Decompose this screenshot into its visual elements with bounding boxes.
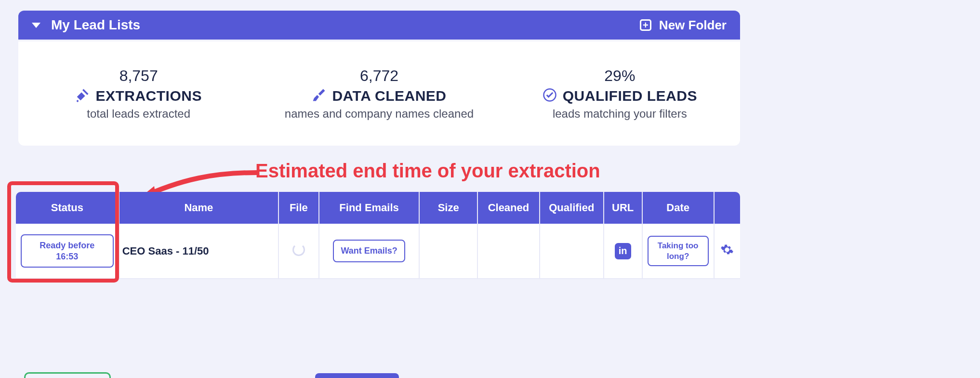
stat-label: QUALIFIED LEADS: [563, 88, 697, 104]
cell-actions: [715, 224, 740, 279]
stat-sub: total leads extracted: [87, 107, 190, 121]
lead-list-table: Status Name File Find Emails Size Cleane…: [16, 192, 740, 279]
stat-label: EXTRACTIONS: [95, 88, 202, 104]
loading-spinner-icon: [292, 243, 305, 256]
chevron-down-icon[interactable]: [32, 23, 40, 28]
col-header-status[interactable]: Status: [16, 192, 119, 224]
col-header-cleaned[interactable]: Cleaned: [478, 192, 540, 224]
annotation-text: Estimated end time of your extraction: [255, 160, 600, 182]
table-header-row: Status Name File Find Emails Size Cleane…: [16, 192, 740, 224]
broom-icon: [312, 88, 326, 104]
stat-value: 8,757: [119, 67, 158, 85]
cell-file: [279, 224, 319, 279]
stat-qualified: 29% QUALIFIED LEADS leads matching your …: [500, 41, 740, 146]
col-header-file[interactable]: File: [279, 192, 319, 224]
cell-url: in: [604, 224, 643, 279]
new-folder-button[interactable]: + New Folder: [640, 18, 727, 33]
plus-icon: +: [640, 19, 651, 31]
cell-cleaned: [478, 224, 540, 279]
cell-qualified: [540, 224, 604, 279]
stat-sub: names and company names cleaned: [285, 107, 474, 121]
cell-status: Ready before 16:53: [16, 224, 119, 279]
stat-value: 6,772: [360, 67, 398, 85]
stat-label: DATA CLEANED: [332, 88, 446, 104]
col-header-size[interactable]: Size: [420, 192, 478, 224]
header-left[interactable]: My Lead Lists: [32, 17, 140, 33]
next-row-emails-hint: [315, 373, 399, 378]
stat-sub: leads matching your filters: [553, 107, 687, 121]
cell-date: Taking too long?: [643, 224, 715, 279]
col-header-name[interactable]: Name: [119, 192, 279, 224]
pickaxe-icon: [75, 88, 90, 104]
stat-cleaned: 6,772 DATA CLEANED names and company nam…: [259, 41, 499, 146]
new-folder-label: New Folder: [659, 18, 727, 33]
page-title: My Lead Lists: [51, 17, 140, 33]
linkedin-icon[interactable]: in: [615, 243, 631, 259]
col-header-actions: [715, 192, 740, 224]
gear-icon[interactable]: [720, 247, 734, 259]
cell-find-emails: Want Emails?: [319, 224, 420, 279]
col-header-date[interactable]: Date: [643, 192, 715, 224]
want-emails-button[interactable]: Want Emails?: [333, 240, 405, 262]
cell-size: [420, 224, 478, 279]
stats-card: 8,757 EXTRACTIONS total leads extracted …: [18, 41, 740, 146]
lead-lists-header: My Lead Lists + New Folder: [18, 11, 740, 40]
col-header-find-emails[interactable]: Find Emails: [319, 192, 420, 224]
cell-name[interactable]: CEO Saas - 11/50: [119, 224, 279, 279]
col-header-url[interactable]: URL: [604, 192, 643, 224]
status-badge[interactable]: Ready before 16:53: [21, 234, 114, 268]
stat-extractions: 8,757 EXTRACTIONS total leads extracted: [18, 41, 259, 146]
col-header-qualified[interactable]: Qualified: [540, 192, 604, 224]
check-circle-icon: [543, 88, 557, 104]
taking-too-long-button[interactable]: Taking too long?: [648, 236, 709, 266]
next-row-status-hint: [24, 372, 111, 378]
stat-value: 29%: [604, 67, 635, 85]
table-row: Ready before 16:53 CEO Saas - 11/50 Want…: [16, 224, 740, 279]
